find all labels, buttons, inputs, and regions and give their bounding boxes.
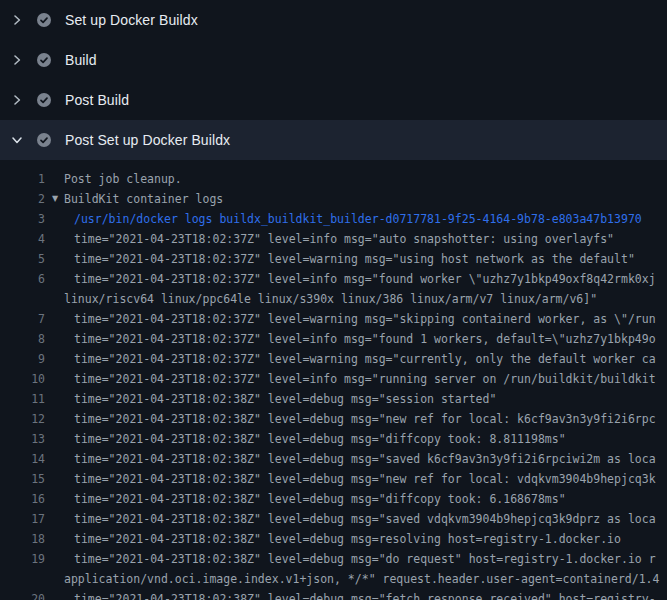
log-line-number[interactable]: 13 bbox=[0, 429, 45, 449]
log-row: 6 ▼time="2021-04-23T18:02:37Z" level=inf… bbox=[0, 269, 667, 289]
log-line-number[interactable]: 14 bbox=[0, 449, 45, 469]
log-row: 13 ▼time="2021-04-23T18:02:38Z" level=de… bbox=[0, 429, 667, 449]
log-line-text: time="2021-04-23T18:02:38Z" level=debug … bbox=[74, 429, 566, 449]
log-row: 16 ▼time="2021-04-23T18:02:38Z" level=de… bbox=[0, 489, 667, 509]
log-line-number[interactable]: 6 bbox=[0, 269, 45, 289]
log-line-number[interactable]: 11 bbox=[0, 389, 45, 409]
log-line-text: time="2021-04-23T18:02:38Z" level=debug … bbox=[74, 449, 656, 469]
chevron-right-icon bbox=[11, 54, 23, 66]
step-row-post-build[interactable]: Post Build bbox=[0, 80, 667, 120]
log-line-number[interactable]: 16 bbox=[0, 489, 45, 509]
log-line-text: time="2021-04-23T18:02:38Z" level=debug … bbox=[74, 409, 656, 429]
log-line-text: time="2021-04-23T18:02:38Z" level=debug … bbox=[74, 549, 656, 569]
log-line-text: time="2021-04-23T18:02:37Z" level=warnin… bbox=[74, 249, 635, 269]
log-line-text: time="2021-04-23T18:02:37Z" level=warnin… bbox=[74, 309, 656, 329]
log-line-text: time="2021-04-23T18:02:38Z" level=debug … bbox=[74, 389, 496, 409]
actions-log-viewer: Set up Docker Buildx Build Post Build bbox=[0, 0, 667, 600]
log-line-number[interactable]: 4 bbox=[0, 229, 45, 249]
log-line-text: /usr/bin/docker logs buildx_buildkit_bui… bbox=[74, 209, 642, 229]
log-line-text: Post job cleanup. bbox=[64, 169, 182, 189]
log-line-number[interactable]: 18 bbox=[0, 529, 45, 549]
step-title: Post Build bbox=[65, 92, 129, 108]
log-line-number[interactable]: 9 bbox=[0, 349, 45, 369]
log-row: 15 ▼time="2021-04-23T18:02:38Z" level=de… bbox=[0, 469, 667, 489]
log-line-number[interactable]: 19 bbox=[0, 549, 45, 569]
log-line-number[interactable] bbox=[0, 569, 45, 589]
check-circle-icon bbox=[37, 93, 51, 107]
step-title: Build bbox=[65, 52, 97, 68]
log-line-number[interactable]: 8 bbox=[0, 329, 45, 349]
log-row: 12 ▼time="2021-04-23T18:02:38Z" level=de… bbox=[0, 409, 667, 429]
log-line-number[interactable] bbox=[0, 289, 45, 309]
log-row: 20 ▼time="2021-04-23T18:02:38Z" level=de… bbox=[0, 589, 667, 600]
log-line-number[interactable]: 15 bbox=[0, 469, 45, 489]
chevron-right-icon bbox=[11, 94, 23, 106]
check-circle-icon bbox=[37, 13, 51, 27]
log-row: 5 ▼time="2021-04-23T18:02:37Z" level=war… bbox=[0, 249, 667, 269]
log-row: 19 ▼time="2021-04-23T18:02:38Z" level=de… bbox=[0, 549, 667, 569]
log-line-number[interactable]: 5 bbox=[0, 249, 45, 269]
log-line-text: time="2021-04-23T18:02:37Z" level=info m… bbox=[74, 369, 656, 389]
triangle-down-icon[interactable]: ▼ bbox=[52, 189, 64, 209]
step-title: Post Set up Docker Buildx bbox=[65, 132, 230, 148]
log-line-text: time="2021-04-23T18:02:38Z" level=debug … bbox=[74, 529, 621, 549]
step-row-setup-docker-buildx[interactable]: Set up Docker Buildx bbox=[0, 0, 667, 40]
log-line-text: BuildKit container logs bbox=[64, 189, 223, 209]
log-line-number[interactable]: 2 bbox=[0, 189, 45, 209]
log-line-text: time="2021-04-23T18:02:38Z" level=debug … bbox=[74, 589, 656, 600]
log-line-number[interactable]: 3 bbox=[0, 209, 45, 229]
log-line-text: time="2021-04-23T18:02:38Z" level=debug … bbox=[74, 469, 656, 489]
chevron-down-icon bbox=[11, 134, 23, 146]
step-row-post-setup-docker-buildx[interactable]: Post Set up Docker Buildx bbox=[0, 120, 667, 160]
log-line-number[interactable]: 17 bbox=[0, 509, 45, 529]
log-row: 7 ▼time="2021-04-23T18:02:37Z" level=war… bbox=[0, 309, 667, 329]
log-line-number[interactable]: 7 bbox=[0, 309, 45, 329]
log-output: 1 ▼Post job cleanup. 2 ▼BuildKit contain… bbox=[0, 160, 667, 600]
log-row: 10 ▼time="2021-04-23T18:02:37Z" level=in… bbox=[0, 369, 667, 389]
check-circle-icon bbox=[37, 53, 51, 67]
log-row: ▼application/vnd.oci.image.index.v1+json… bbox=[0, 569, 667, 589]
log-line-number[interactable]: 1 bbox=[0, 169, 45, 189]
log-row: 14 ▼time="2021-04-23T18:02:38Z" level=de… bbox=[0, 449, 667, 469]
log-row: 8 ▼time="2021-04-23T18:02:37Z" level=inf… bbox=[0, 329, 667, 349]
log-group-row: 2 ▼BuildKit container logs bbox=[0, 189, 667, 209]
log-row: ▼linux/riscv64 linux/ppc64le linux/s390x… bbox=[0, 289, 667, 309]
log-line-text: time="2021-04-23T18:02:37Z" level=info m… bbox=[74, 329, 656, 349]
step-title: Set up Docker Buildx bbox=[65, 12, 198, 28]
log-line-text: time="2021-04-23T18:02:37Z" level=info m… bbox=[74, 229, 614, 249]
log-line-text: time="2021-04-23T18:02:37Z" level=warnin… bbox=[74, 349, 656, 369]
log-line-number[interactable]: 10 bbox=[0, 369, 45, 389]
log-line-number[interactable]: 20 bbox=[0, 589, 45, 600]
step-row-build[interactable]: Build bbox=[0, 40, 667, 80]
log-row: 9 ▼time="2021-04-23T18:02:37Z" level=war… bbox=[0, 349, 667, 369]
log-row: 11 ▼time="2021-04-23T18:02:38Z" level=de… bbox=[0, 389, 667, 409]
chevron-right-icon bbox=[11, 14, 23, 26]
log-row: 4 ▼time="2021-04-23T18:02:37Z" level=inf… bbox=[0, 229, 667, 249]
steps-list: Set up Docker Buildx Build Post Build bbox=[0, 0, 667, 160]
log-line-text: time="2021-04-23T18:02:38Z" level=debug … bbox=[74, 509, 656, 529]
log-line-number[interactable]: 12 bbox=[0, 409, 45, 429]
check-circle-icon bbox=[37, 133, 51, 147]
log-row: 17 ▼time="2021-04-23T18:02:38Z" level=de… bbox=[0, 509, 667, 529]
log-row: 3 ▼/usr/bin/docker logs buildx_buildkit_… bbox=[0, 209, 667, 229]
log-line-text: time="2021-04-23T18:02:37Z" level=info m… bbox=[74, 269, 656, 289]
log-row: 1 ▼Post job cleanup. bbox=[0, 169, 667, 189]
log-row: 18 ▼time="2021-04-23T18:02:38Z" level=de… bbox=[0, 529, 667, 549]
log-line-text: application/vnd.oci.image.index.v1+json,… bbox=[64, 569, 659, 589]
log-line-text: linux/riscv64 linux/ppc64le linux/s390x … bbox=[64, 289, 597, 309]
log-line-text: time="2021-04-23T18:02:38Z" level=debug … bbox=[74, 489, 566, 509]
